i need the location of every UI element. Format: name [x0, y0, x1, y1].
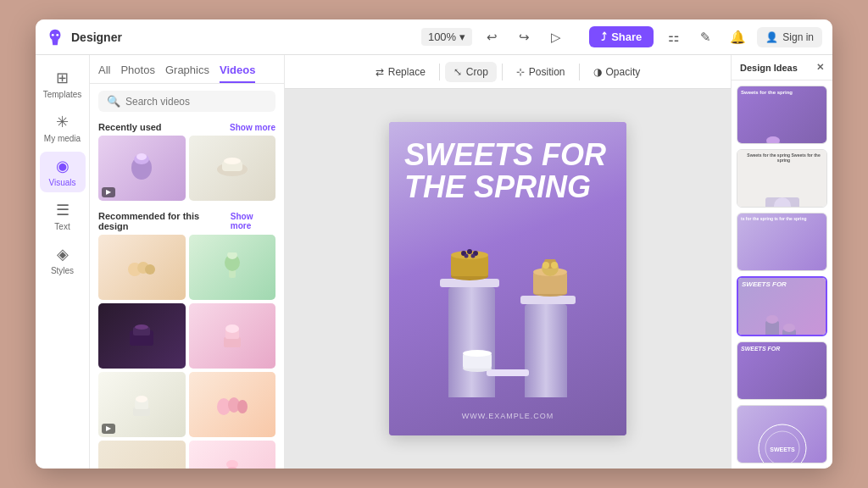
search-input[interactable] — [125, 96, 267, 108]
zoom-chevron-icon: ▾ — [459, 30, 465, 43]
svg-point-58 — [766, 315, 778, 324]
share-button[interactable]: ⤴ Share — [589, 26, 654, 47]
sidebar-item-visuals[interactable]: ◉ Visuals — [40, 152, 86, 192]
design-idea-card-2[interactable]: Sweets for the spring Sweets for the spr… — [737, 149, 827, 208]
play-button[interactable]: ▷ — [543, 25, 569, 50]
design-ideas-header: Design Ideas ✕ — [732, 55, 832, 80]
media-thumb-rec-7[interactable] — [98, 441, 186, 469]
position-button[interactable]: ⊹ Position — [508, 62, 574, 82]
media-thumb-rec-3[interactable] — [98, 303, 186, 369]
svg-point-0 — [52, 33, 54, 36]
tab-graphics[interactable]: Graphics — [165, 64, 209, 83]
sidebar-item-text[interactable]: ☰ Text — [40, 196, 86, 236]
recommended-show-more[interactable]: Show more — [231, 212, 275, 230]
cake-center — [460, 347, 494, 372]
svg-point-59 — [783, 324, 795, 332]
design-ideas-panel: Design Ideas ✕ Sweets for the spring — [731, 55, 832, 469]
media-thumb-rec-2[interactable] — [189, 235, 276, 300]
user-icon: 👤 — [765, 31, 778, 43]
redo-button[interactable]: ↪ — [511, 25, 537, 50]
position-label: Position — [529, 66, 565, 78]
cake-left — [447, 247, 492, 280]
media-tabs: All Photos Graphics Videos — [90, 55, 284, 84]
svg-point-4 — [136, 153, 147, 160]
cake-right — [527, 259, 574, 297]
sign-in-label: Sign in — [782, 31, 814, 43]
sidebar-item-my-media[interactable]: ✳ My media — [40, 108, 86, 148]
opacity-button[interactable]: ◑ Opacity — [585, 62, 649, 82]
sidebar-item-styles[interactable]: ◈ Styles — [40, 240, 86, 280]
tab-videos[interactable]: Videos — [220, 64, 255, 83]
tab-photos[interactable]: Photos — [120, 64, 154, 83]
svg-point-52 — [766, 136, 780, 144]
design-canvas[interactable]: SWEETS FOR THE SPRING — [389, 122, 626, 435]
undo-button[interactable]: ↩ — [479, 25, 504, 50]
crop-icon: ⤡ — [453, 66, 462, 78]
crop-button[interactable]: ⤡ Crop — [445, 62, 497, 82]
notifications-button[interactable]: 🔔 — [725, 25, 750, 50]
recommended-grid: ▶ — [90, 235, 284, 469]
replace-label: Replace — [388, 66, 426, 78]
svg-point-19 — [225, 324, 239, 333]
svg-point-1 — [56, 33, 58, 36]
crop-label: Crop — [466, 66, 488, 78]
visuals-icon: ◉ — [56, 157, 70, 175]
video-badge-5: ▶ — [102, 424, 115, 434]
media-search-box[interactable]: 🔍 — [98, 91, 275, 112]
media-thumb-rec-4[interactable] — [189, 303, 276, 369]
design-idea-card-5[interactable]: SWEETS FOR — [737, 341, 827, 400]
sign-in-button[interactable]: 👤 Sign in — [757, 27, 822, 47]
media-thumb-rec-8[interactable] — [189, 441, 276, 469]
toolbar-divider-2 — [502, 64, 503, 80]
media-thumb-rec-1[interactable] — [98, 235, 186, 300]
app-title: Designer — [71, 30, 122, 44]
app-window: Designer 100% ▾ ↩ ↪ ▷ ⤴ Share ⚏ ✎ 🔔 👤 Si… — [36, 19, 832, 469]
media-thumb-recent-1[interactable]: ▶ — [98, 136, 186, 201]
share-icon: ⤴ — [601, 30, 607, 43]
svg-point-39 — [471, 254, 476, 258]
position-icon: ⊹ — [516, 66, 525, 78]
media-content-scroll: Recently used Show more ▶ — [90, 119, 284, 469]
video-badge-1: ▶ — [102, 187, 115, 197]
edit-button[interactable]: ✎ — [693, 25, 718, 50]
design-idea-card-4[interactable]: SWEETS FOR — [737, 276, 827, 336]
svg-point-46 — [551, 262, 558, 269]
my-media-icon: ✳ — [56, 113, 69, 131]
svg-point-16 — [135, 324, 148, 330]
zoom-value: 100% — [428, 30, 456, 43]
media-panel: All Photos Graphics Videos 🔍 Recently us… — [90, 55, 285, 469]
title-bar: Designer 100% ▾ ↩ ↪ ▷ ⤴ Share ⚏ ✎ 🔔 👤 Si… — [36, 19, 832, 55]
tab-all[interactable]: All — [98, 64, 110, 83]
canvas-area: ⇄ Replace ⤡ Crop ⊹ Position ◑ Opacity — [285, 55, 731, 469]
styles-label: Styles — [51, 266, 74, 275]
toolbar-divider-3 — [579, 64, 580, 80]
recently-used-show-more[interactable]: Show more — [230, 123, 275, 132]
design-idea-card-1[interactable]: Sweets for the spring — [737, 86, 827, 144]
opacity-icon: ◑ — [593, 66, 602, 78]
media-thumb-rec-5[interactable]: ▶ — [98, 372, 186, 437]
opacity-label: Opacity — [606, 66, 641, 78]
media-thumb-recent-2[interactable] — [189, 136, 276, 201]
sidebar-item-templates[interactable]: ⊞ Templates — [40, 64, 86, 104]
text-icon: ☰ — [56, 201, 70, 219]
recommended-label: Recommended for this design — [98, 211, 231, 231]
recently-used-label: Recently used — [98, 122, 162, 132]
content-area: ⊞ Templates ✳ My media ◉ Visuals ☰ Text … — [36, 55, 832, 469]
idea-1-text: Sweets for the spring — [741, 90, 793, 96]
media-thumb-rec-6[interactable] — [189, 372, 276, 437]
visuals-label: Visuals — [48, 178, 75, 187]
idea-2-text: Sweets for the spring Sweets for the spr… — [741, 153, 826, 163]
svg-point-22 — [136, 396, 147, 402]
design-idea-card-6[interactable]: SWEETS — [737, 405, 827, 463]
accessibility-button[interactable]: ⚏ — [660, 25, 686, 50]
design-idea-card-3[interactable]: ts for the spring ts for the spring — [737, 213, 827, 271]
replace-button[interactable]: ⇄ Replace — [367, 62, 434, 82]
canvas-decoration — [423, 262, 593, 397]
replace-icon: ⇄ — [376, 66, 384, 78]
canvas-url: WWW.EXAMPLE.COM — [462, 412, 554, 420]
zoom-control[interactable]: 100% ▾ — [421, 28, 472, 46]
design-ideas-close-icon[interactable]: ✕ — [816, 62, 824, 73]
toolbar-divider-1 — [439, 64, 440, 80]
idea-3-text: ts for the spring ts for the spring — [741, 217, 807, 222]
svg-point-10 — [145, 264, 155, 274]
